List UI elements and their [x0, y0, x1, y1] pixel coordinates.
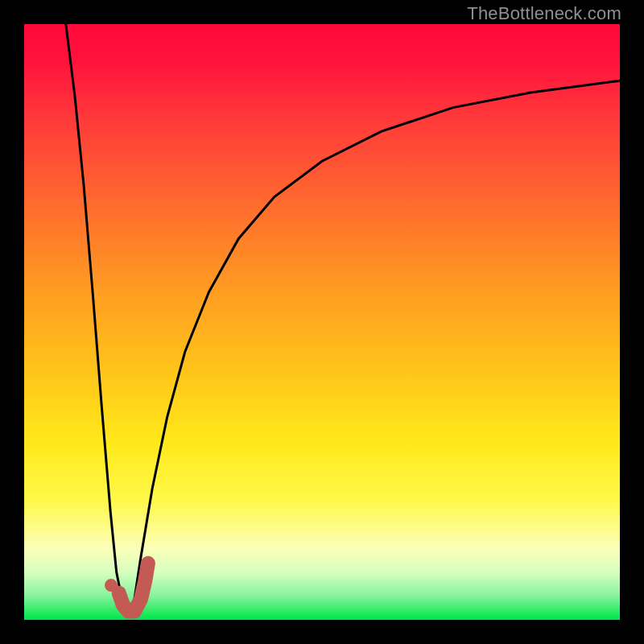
marker-dot — [105, 579, 118, 592]
chart-svg — [24, 24, 620, 620]
curve-left-branch — [66, 24, 125, 611]
chart-frame: TheBottleneck.com — [0, 0, 644, 644]
curve-right-branch — [133, 80, 620, 611]
marker-hook — [119, 564, 148, 612]
watermark-text: TheBottleneck.com — [467, 3, 621, 24]
plot-area — [24, 24, 620, 620]
